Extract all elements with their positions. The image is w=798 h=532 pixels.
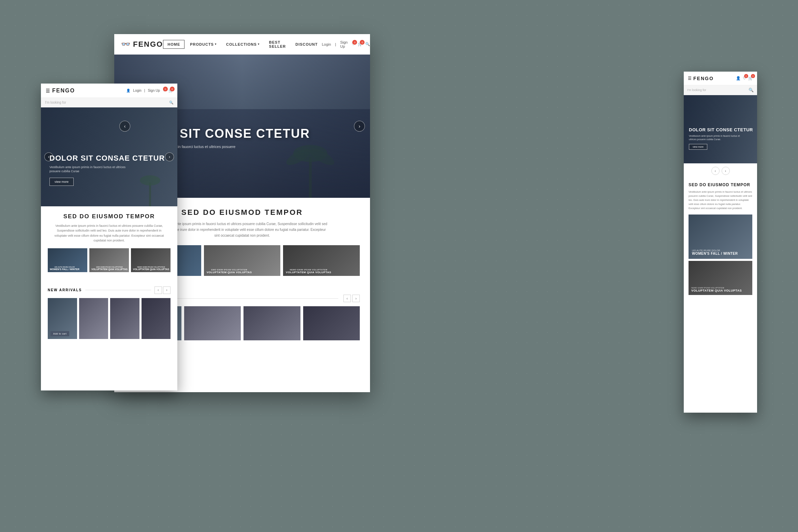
product-img-3 xyxy=(243,306,300,340)
desktop-header-right: Login | Sign Up ♡ 0 🛒 0 🔍 xyxy=(322,40,370,48)
arrivals-prev-button[interactable]: ‹ xyxy=(343,295,351,302)
new-arrivals-nav: ‹ › xyxy=(343,295,360,302)
mobile-hero-content: DOLOR SIT CONSE CTETUR Vestibulum ante i… xyxy=(689,128,753,150)
mobile-logo: FENGO xyxy=(693,76,714,81)
page-background: { "background": { "color": "#6b7b7a" }, … xyxy=(0,0,798,532)
signup-link[interactable]: Sign Up xyxy=(340,40,348,48)
tablet-arrival-grid: Add to cart xyxy=(48,298,171,339)
tablet-collection-3[interactable]: NEMO ENIM IPSAM VOLUPTATEM VOLUPTATEM QU… xyxy=(131,248,171,272)
nav-bestseller[interactable]: BEST SELLER xyxy=(265,38,290,50)
mobile-mockup: ☰ FENGO 👤 ♡ 0 🛒 0 I'm looking for 🔍 DOLO… xyxy=(684,72,757,413)
product-card-4 xyxy=(303,306,360,340)
mobile-bottom-cards: NEMO ENIM IPSAM VOLUPTATEM VOLUPTATEM QU… xyxy=(689,261,752,295)
hero-prev-button[interactable]: ‹ xyxy=(119,121,130,132)
cart-icon[interactable]: 🛒 0 xyxy=(358,42,363,46)
nav-home[interactable]: HOME xyxy=(163,40,184,49)
mobile-hero-btn[interactable]: view more xyxy=(689,144,707,150)
collection-card-2[interactable]: EMO ENIM IPSAM VOLUPTATEM VOLUPTATEM QUI… xyxy=(204,245,281,276)
tablet-header: ☰ FENGO 👤 Login | Sign Up ♡ 0 🛒 0 xyxy=(41,84,177,98)
tablet-arrivals: NEW ARRIVALS ‹ › Add to cart xyxy=(41,282,177,343)
nav-discount[interactable]: DISCOUNT xyxy=(291,40,322,48)
login-link[interactable]: Login xyxy=(322,42,331,46)
tablet-arrivals-title: NEW ARRIVALS xyxy=(48,288,82,292)
tablet-add-to-cart-1[interactable]: Add to cart xyxy=(50,331,69,336)
mobile-hero-title: DOLOR SIT CONSE CTETUR xyxy=(689,128,753,132)
tablet-logo: FENGO xyxy=(52,88,75,94)
nav-products[interactable]: PRODUCTS ▾ xyxy=(186,40,221,48)
collection-label-2: EMO ENIM IPSAM VOLUPTATEM VOLUPTATEM QUI… xyxy=(207,269,252,274)
product-card-2 xyxy=(184,306,241,340)
tablet-search-bar: I'm looking for 🔍 xyxy=(41,98,177,107)
tablet-content: SED DO EIUSMOD TEMPOR Vestibulum ante ip… xyxy=(41,206,177,282)
mobile-content: SED DO EIUSMOD TEMPOR Vestibulum ante ip… xyxy=(684,178,757,299)
desktop-logo: 👓 FENGO xyxy=(121,40,163,49)
mobile-search-bar: I'm looking for 🔍 xyxy=(684,85,757,95)
mobile-section-title: SED DO EIUSMOD TEMPOR xyxy=(689,182,752,187)
collection-card-3[interactable]: NEMO ENIM IPSAM VOLUPTATEM VOLUPTATEM QU… xyxy=(283,245,360,276)
product-img-4 xyxy=(303,306,360,340)
mobile-section-text: Vestibulum ante ipsum primis in fauorci … xyxy=(689,190,752,210)
tablet-wishlist-icon[interactable]: ♡ 0 xyxy=(163,89,166,92)
tablet-product-3 xyxy=(110,298,139,339)
tablet-search-icon[interactable]: 🔍 xyxy=(169,101,173,104)
search-icon[interactable]: 🔍 xyxy=(365,42,370,46)
tablet-hero-title: DOLOR SIT CONSAE CTETUR xyxy=(49,154,165,162)
tablet-product-1: Add to cart xyxy=(48,298,77,339)
tablet-product-4 xyxy=(142,298,171,339)
tablet-hero-btn[interactable]: view more xyxy=(49,178,74,186)
tablet-mockup: ☰ FENGO 👤 Login | Sign Up ♡ 0 🛒 0 I'm lo… xyxy=(41,84,177,390)
desktop-section-text: Vestibulum ante ipsum primis in fauorci … xyxy=(157,221,327,238)
mobile-wishlist-icon[interactable]: ♡ 0 xyxy=(743,76,746,80)
tablet-search-placeholder: I'm looking for xyxy=(45,101,166,104)
mobile-prev-button[interactable]: ‹ xyxy=(711,167,720,175)
product-img-2 xyxy=(184,306,241,340)
tablet-collection-1[interactable]: UIS AUTE IRURE DOLOR WOMEN'S FALL / WINT… xyxy=(48,248,87,272)
tablet-collection-2[interactable]: EMO ENIM IPSAM VOLUPTATEM VOLUPTATEM QUI… xyxy=(89,248,129,272)
arrivals-next-button[interactable]: › xyxy=(352,295,360,302)
tablet-arrivals-next[interactable]: › xyxy=(163,286,171,294)
tablet-product-2 xyxy=(79,298,108,339)
mobile-collection-card-1[interactable]: UIS AUTE IRURE DOLOR WOMEN'S FALL / WINT… xyxy=(689,215,752,259)
mobile-collection-card-2[interactable]: NEMO ENIM IPSAM VOLUPTATEM VOLUPTATEM QU… xyxy=(689,261,752,295)
mobile-hero-text: Vestibulum ante ipsum primis in fauorci … xyxy=(689,134,743,141)
new-arrivals-line xyxy=(173,298,338,299)
mobile-search-placeholder: I'm looking for xyxy=(687,88,706,92)
tablet-hero-content: DOLOR SIT CONSAE CTETUR Vestibulum ante … xyxy=(49,154,165,186)
header-icons: ♡ 0 🛒 0 🔍 xyxy=(352,42,370,46)
mobile-user-icon: 👤 xyxy=(736,76,741,80)
tablet-hero: DOLOR SIT CONSAE CTETUR Vestibulum ante … xyxy=(41,107,177,206)
tablet-cart-icon[interactable]: 🛒 0 xyxy=(168,89,173,92)
mobile-cart-icon[interactable]: 🛒 0 xyxy=(748,76,753,80)
tablet-login-link[interactable]: Login xyxy=(133,89,141,92)
tablet-user-icon: 👤 xyxy=(126,89,130,92)
wishlist-icon[interactable]: ♡ 0 xyxy=(352,42,355,46)
mobile-hero: DOLOR SIT CONSE CTETUR Vestibulum ante i… xyxy=(684,95,757,163)
tablet-hero-text: Vestibulum ante ipsum primis in fauorci … xyxy=(49,165,128,174)
nav-collections[interactable]: COLLECTIONS ▾ xyxy=(222,40,264,48)
mobile-menu-icon[interactable]: ☰ xyxy=(688,76,692,81)
mobile-collection-label-1: UIS AUTE IRURE DOLOR WOMEN'S FALL / WINT… xyxy=(692,249,738,255)
mobile-nav-buttons: ‹ › xyxy=(684,163,757,178)
desktop-header: 👓 FENGO HOME PRODUCTS ▾ COLLECTIONS ▾ BE… xyxy=(114,34,370,55)
tablet-hero-next[interactable]: › xyxy=(165,152,174,161)
logo-text: FENGO xyxy=(133,40,163,49)
auth-separator: | xyxy=(335,42,336,46)
tablet-section-title: SED DO EIUSMOD TEMPOR xyxy=(48,213,171,220)
tablet-collection-grid: UIS AUTE IRURE DOLOR WOMEN'S FALL / WINT… xyxy=(48,248,171,272)
tablet-signup-link[interactable]: Sign Up xyxy=(148,89,160,92)
tablet-arrivals-prev[interactable]: ‹ xyxy=(154,286,162,294)
tablet-menu-icon[interactable]: ☰ xyxy=(46,88,50,93)
mobile-header-icons: 👤 ♡ 0 🛒 0 xyxy=(736,76,753,80)
mobile-header: ☰ FENGO 👤 ♡ 0 🛒 0 xyxy=(684,72,757,85)
mobile-search-icon[interactable]: 🔍 xyxy=(749,88,754,92)
hero-next-button[interactable]: › xyxy=(354,121,365,132)
logo-icon: 👓 xyxy=(121,40,131,49)
product-card-3 xyxy=(243,306,300,340)
mobile-next-button[interactable]: › xyxy=(722,167,730,175)
collection-label-3: NEMO ENIM IPSAM VOLUPTATEM VOLUPTATEM QU… xyxy=(286,269,331,274)
tablet-section-text: Vestibulum ante ipsum primis in fauorci … xyxy=(51,223,167,243)
desktop-nav: HOME PRODUCTS ▾ COLLECTIONS ▾ BEST SELLE… xyxy=(163,38,322,50)
